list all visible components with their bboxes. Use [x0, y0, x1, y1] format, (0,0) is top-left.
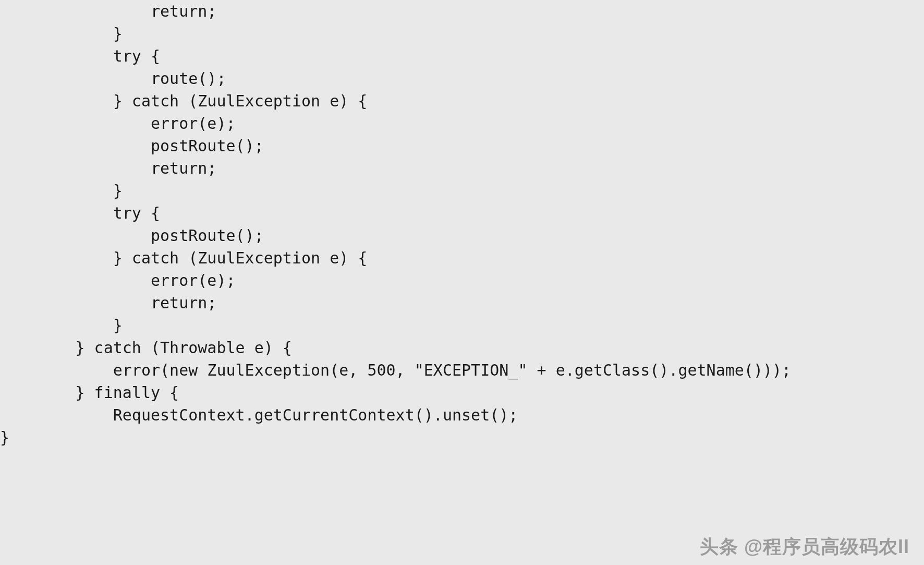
code-content: return; } try { route(); } catch (ZuulEx…: [0, 2, 791, 447]
code-block: return; } try { route(); } catch (ZuulEx…: [0, 0, 791, 449]
watermark-text: 头条 @程序员高级码农II: [700, 534, 909, 560]
